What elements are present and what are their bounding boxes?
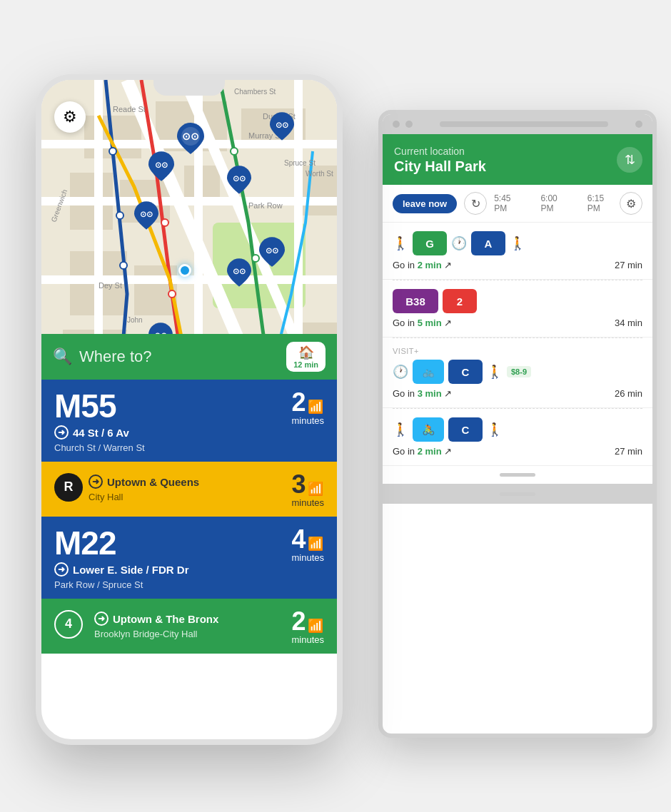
- route-stop-m55: Church St / Warren St: [54, 442, 291, 453]
- home-icon: 🏠: [293, 345, 318, 360]
- route-stop-r: City Hall: [89, 492, 199, 502]
- route-result-3[interactable]: VISIT+ 🕐 🚲 C 🚶 $8-9 Go in 3 min ↗ 26 min: [383, 338, 652, 408]
- visit-plus-label: VISIT+: [393, 347, 642, 355]
- svg-text:⊙⊙: ⊙⊙: [276, 121, 288, 129]
- svg-text:Park Row: Park Row: [248, 201, 283, 210]
- svg-text:⊙⊙: ⊙⊙: [182, 131, 199, 142]
- svg-point-30: [161, 219, 168, 226]
- minutes-label-4: minutes: [291, 634, 324, 645]
- transit-card-4[interactable]: 4 ➜ Uptown & The Bronx Brooklyn Bridge-C…: [41, 599, 337, 654]
- bike-pin-1[interactable]: ⊙⊙: [177, 123, 204, 157]
- svg-text:Chambers St: Chambers St: [234, 88, 276, 96]
- bike-pin-4[interactable]: ⊙⊙: [259, 237, 285, 270]
- location-value: City Hall Park: [394, 158, 641, 175]
- walk-icon-5: 🚶: [487, 422, 503, 437]
- time-label-3: 6:15 PM: [587, 193, 612, 213]
- transit-card-r[interactable]: R ➜ Uptown & Queens City Hall: [41, 462, 337, 517]
- minutes-display-m55: 2 📶 minutes: [291, 390, 324, 426]
- svg-point-27: [231, 148, 238, 155]
- price-badge: $8-9: [507, 366, 531, 377]
- speaker: [440, 121, 608, 127]
- svg-point-31: [168, 290, 176, 298]
- green-header: Current location City Hall Park ⇅: [383, 134, 652, 185]
- route-pill-a: A: [471, 231, 505, 255]
- minutes-display-m22: 4 📶 minutes: [291, 527, 324, 563]
- minutes-num-m22: 4: [291, 527, 306, 552]
- total-time-3: 26 min: [615, 388, 642, 399]
- gear-button[interactable]: ⚙: [54, 101, 86, 133]
- go-in-time-1: 2 min: [418, 260, 442, 270]
- svg-text:Spruce St: Spruce St: [284, 159, 316, 167]
- subway-badge-r: R: [54, 473, 83, 502]
- android-top-bar: [383, 114, 652, 134]
- bike-pin-3[interactable]: ⊙⊙: [227, 166, 251, 197]
- bike-pin-2[interactable]: ⊙⊙: [148, 151, 174, 184]
- route-direction-4: ➜ Uptown & The Bronx: [94, 611, 218, 626]
- go-in-text-1: Go in 2 min ↗ 27 min: [393, 260, 642, 270]
- sensor-dot: [405, 121, 413, 128]
- route-pill-b38: B38: [393, 289, 438, 313]
- route-direction-m55: ➜ 44 St / 6 Av: [54, 425, 291, 440]
- search-input-text[interactable]: Where to?: [79, 347, 286, 366]
- phone-right: Current location City Hall Park ⇅ leave …: [378, 110, 657, 738]
- go-in-text-4: Go in 2 min ↗ 27 min: [393, 446, 642, 457]
- route-direction-m22: ➜ Lower E. Side / FDR Dr: [54, 562, 291, 577]
- route-result-2[interactable]: B38 2 Go in 5 min ↗ 34 min: [383, 280, 652, 338]
- time-label-2: 6:00 PM: [540, 193, 565, 213]
- svg-text:⊙⊙: ⊙⊙: [233, 267, 246, 275]
- svg-point-24: [109, 148, 116, 155]
- route-pill-2: 2: [443, 289, 477, 313]
- route-pill-c-1: C: [448, 360, 483, 384]
- time-bar: leave now ↻ 5:45 PM 6:00 PM 6:15 PM ⚙: [383, 185, 652, 223]
- location-label-text: Current location: [394, 146, 641, 157]
- route-result-1[interactable]: 🚶 G 🕐 A 🚶 Go in 2 min ↗ 27 min: [383, 223, 652, 280]
- home-badge[interactable]: 🏠 12 min: [286, 342, 326, 372]
- search-bar[interactable]: 🔍 Where to? 🏠 12 min: [41, 334, 337, 380]
- route-stop-m22: Park Row / Spruce St: [54, 579, 291, 590]
- leave-now-button[interactable]: leave now: [393, 194, 457, 213]
- android-bottom-pill: [500, 473, 535, 477]
- direction-arrow-4: ➜: [94, 611, 109, 626]
- transit-card-m55[interactable]: M55 ➜ 44 St / 6 Av Church St / Warren St…: [41, 380, 337, 462]
- route-pill-c-2: C: [448, 417, 483, 442]
- notch: [153, 80, 225, 96]
- bike-pin-8[interactable]: ⊙⊙: [227, 258, 251, 290]
- route-pill-bike: 🚴: [413, 417, 444, 442]
- svg-text:⊙⊙: ⊙⊙: [233, 174, 246, 183]
- walk-icon-2: 🚶: [510, 235, 525, 251]
- route-name-m55: M55: [54, 390, 291, 422]
- direction-arrow-r: ➜: [89, 474, 103, 489]
- route-direction-r: ➜ Uptown & Queens: [89, 474, 199, 489]
- app-scene: Murray St Dey St Park Row Reade St Duane…: [14, 31, 657, 781]
- go-in-time-3: 3 min: [418, 388, 442, 399]
- minutes-display-4: 2 📶 minutes: [291, 609, 324, 645]
- route-pill-g: G: [413, 231, 447, 255]
- transit-card-m22[interactable]: M22 ➜ Lower E. Side / FDR Dr Park Row / …: [41, 517, 337, 599]
- current-location-label: Current location City Hall Park: [394, 146, 641, 175]
- svg-text:⊙⊙: ⊙⊙: [155, 161, 168, 169]
- nav-pill: [500, 492, 535, 496]
- route-result-4[interactable]: 🚶 🚴 C 🚶 Go in 2 min ↗ 27 min: [383, 409, 652, 466]
- svg-text:⊙⊙: ⊙⊙: [140, 210, 153, 218]
- minutes-num-m55: 2: [291, 390, 306, 415]
- svg-point-26: [120, 262, 127, 269]
- svg-text:John: John: [127, 316, 143, 324]
- minutes-num-4: 2: [291, 609, 306, 634]
- refresh-button[interactable]: ↻: [464, 192, 487, 215]
- bike-pin-7[interactable]: ⊙⊙: [270, 112, 294, 143]
- total-time-1: 27 min: [615, 260, 642, 270]
- svg-text:⊙⊙: ⊙⊙: [266, 246, 278, 255]
- settings-button[interactable]: ⚙: [620, 192, 642, 215]
- minutes-label-m55: minutes: [291, 415, 324, 426]
- total-time-4: 27 min: [615, 446, 642, 457]
- android-bottom-bar: [383, 484, 652, 504]
- go-in-text-2: Go in 5 min ↗ 34 min: [393, 318, 642, 328]
- bike-pin-9[interactable]: ⊙⊙: [134, 201, 158, 233]
- direction-arrow-m22: ➜: [54, 562, 69, 577]
- search-icon: 🔍: [53, 347, 72, 366]
- swap-button[interactable]: ⇅: [617, 147, 642, 173]
- total-time-2: 34 min: [615, 318, 642, 328]
- minutes-label-m22: minutes: [291, 552, 324, 563]
- go-in-text-3: Go in 3 min ↗ 26 min: [393, 388, 642, 399]
- clock-icon-1: 🕐: [451, 235, 467, 251]
